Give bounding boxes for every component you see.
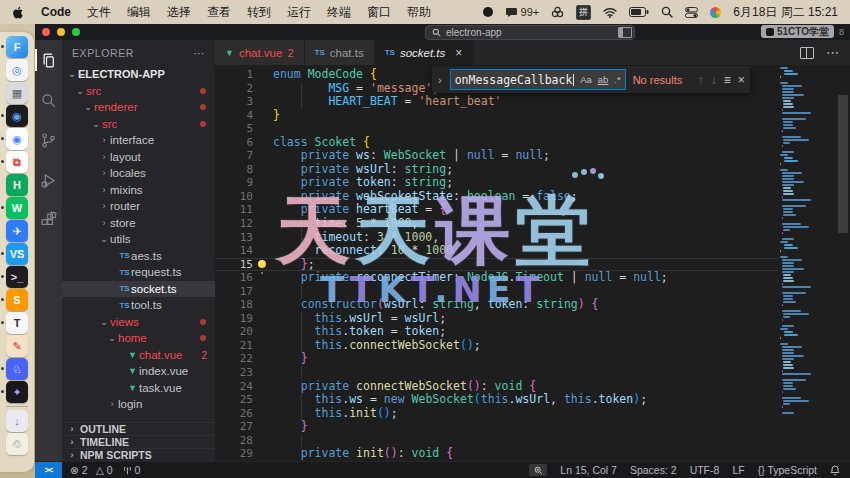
tree-item-tool.ts[interactable]: TStool.ts	[62, 297, 215, 314]
find-close-button[interactable]: ×	[738, 73, 745, 87]
activity-source-control-icon[interactable]	[37, 128, 61, 152]
editor-body[interactable]: 1enum ModeCode {2 MSG = 'message',3 HEAR…	[215, 65, 850, 461]
code-line[interactable]: 5	[215, 122, 778, 136]
menu-item-窗口[interactable]: 窗口	[367, 4, 391, 21]
dock-item-vscode[interactable]: VS	[6, 243, 28, 265]
explorer-more-icon[interactable]: ⋯	[194, 47, 206, 59]
find-previous-button[interactable]: ↑	[698, 73, 704, 87]
tree-item-renderer[interactable]: ⌄renderer	[62, 99, 215, 116]
tree-item-task.vue[interactable]: ▼task.vue	[62, 380, 215, 397]
zoom-indicator[interactable]	[529, 464, 547, 476]
ports-indicator[interactable]: 0	[123, 464, 141, 476]
control-center-icon[interactable]	[685, 7, 698, 18]
remote-indicator[interactable]: ><	[35, 462, 62, 478]
zoom-window-button[interactable]	[72, 28, 80, 36]
code-line[interactable]: 20 this.token = token;	[215, 325, 778, 339]
code-line[interactable]: 17	[215, 285, 778, 299]
menu-item-帮助[interactable]: 帮助	[407, 4, 431, 21]
dock-item-downloads[interactable]: ↓	[6, 410, 28, 432]
tree-item-ELECTRON-APP[interactable]: ⌄ELECTRON-APP	[62, 66, 215, 83]
dock-item-trash[interactable]: ♲	[6, 433, 28, 455]
tree-item-router[interactable]: ›router	[62, 198, 215, 215]
tab-chat.vue[interactable]: ▼chat.vue2	[215, 40, 305, 65]
activity-run-debug-icon[interactable]	[37, 168, 61, 192]
whole-word-toggle[interactable]: ab	[598, 74, 609, 85]
record-icon[interactable]	[483, 7, 493, 17]
code-line[interactable]: 22 }	[215, 352, 778, 366]
dock-item-chrome[interactable]: ◉	[6, 128, 28, 150]
tree-item-login[interactable]: ›login	[62, 396, 215, 413]
spotlight-search-icon[interactable]	[661, 6, 673, 18]
close-window-button[interactable]	[42, 28, 50, 36]
menu-item-Code[interactable]: Code	[41, 5, 71, 19]
code-line[interactable]: 26 this.init();	[215, 407, 778, 421]
activity-explorer-icon[interactable]	[37, 48, 61, 72]
language-mode[interactable]: {} TypeScript	[758, 464, 817, 476]
indentation[interactable]: Spaces: 2	[630, 464, 677, 476]
menu-item-查看[interactable]: 查看	[207, 4, 231, 21]
dock-item-finder[interactable]: F	[6, 36, 28, 58]
dock-item-screen-recorder[interactable]: ◉	[6, 105, 28, 127]
section-outline[interactable]: ›OUTLINE	[62, 422, 215, 435]
code-line[interactable]: 24 private connectWebSocket(): void {	[215, 380, 778, 394]
code-line[interactable]: 27 }	[215, 420, 778, 434]
tree-item-chat.vue[interactable]: ▼chat.vue2	[62, 347, 215, 364]
code-line[interactable]: 14 reconnect: 10 * 1000	[215, 244, 778, 258]
tree-item-utils[interactable]: ⌄utils	[62, 231, 215, 248]
code-line[interactable]: 18 constructor(wsUrl: string, token: str…	[215, 298, 778, 312]
menu-item-终端[interactable]: 终端	[327, 4, 351, 21]
tree-item-mixins[interactable]: ›mixins	[62, 182, 215, 199]
code-line[interactable]: 19 this.wsUrl = wsUrl;	[215, 312, 778, 326]
tree-item-views[interactable]: ⌄views	[62, 314, 215, 331]
menu-item-转到[interactable]: 转到	[247, 4, 271, 21]
code-line[interactable]: 4}	[215, 109, 778, 123]
input-method-icon[interactable]: 拼	[576, 5, 591, 20]
tree-item-index.vue[interactable]: ▼index.vue	[62, 363, 215, 380]
scrollbar-slider[interactable]	[838, 95, 848, 233]
code-line[interactable]: 8 private wsUrl: string;	[215, 163, 778, 177]
code-line[interactable]: 12 time: 5 * 1000,	[215, 217, 778, 231]
match-case-toggle[interactable]: Aa	[580, 74, 592, 85]
dock-item-meeting[interactable]: ⧉	[6, 151, 28, 173]
dock-item-send[interactable]: ✈	[6, 220, 28, 242]
menu-clock[interactable]: 6月18日 周二 15:21	[733, 4, 838, 21]
battery-icon[interactable]	[629, 7, 649, 17]
dock-item-paint[interactable]: ✎	[6, 335, 28, 357]
lightbulb-icon[interactable]	[258, 260, 266, 268]
code-line[interactable]: 28	[215, 434, 778, 448]
dock-item-typora[interactable]: T	[6, 312, 28, 334]
tree-item-layout[interactable]: ›layout	[62, 149, 215, 166]
code-line[interactable]: 6class Scoket {	[215, 136, 778, 150]
find-expand-chevron[interactable]: ›	[437, 74, 443, 86]
tree-item-aes.ts[interactable]: TSaes.ts	[62, 248, 215, 265]
code-line[interactable]: 9 private token: string;	[215, 176, 778, 190]
activity-search-icon[interactable]	[37, 88, 61, 112]
encoding[interactable]: UTF-8	[690, 464, 720, 476]
tab-socket.ts[interactable]: TSsocket.ts×	[375, 40, 474, 65]
split-editor-icon[interactable]	[800, 47, 814, 59]
minimap[interactable]	[780, 67, 834, 461]
menu-item-选择[interactable]: 选择	[167, 4, 191, 21]
find-in-selection-button[interactable]: ≡	[724, 73, 731, 87]
tree-item-interface[interactable]: ›interface	[62, 132, 215, 149]
dock-item-terminal[interactable]: >_	[6, 266, 28, 288]
code-line[interactable]: 11 private heartBeat = {	[215, 203, 778, 217]
wifi-icon[interactable]	[603, 7, 617, 18]
editor-scrollbar[interactable]	[836, 65, 850, 461]
tree-item-socket.ts[interactable]: TSsocket.ts	[62, 281, 215, 298]
code-line[interactable]: 3 HEART_BEAT = 'heart_beat'	[215, 95, 778, 109]
title-bar[interactable]: electron-app 51CTO学堂 8	[35, 24, 850, 40]
code-line[interactable]: 10 private webScoketState: boolean = fal…	[215, 190, 778, 204]
section-timeline[interactable]: ›TIMELINE	[62, 435, 215, 448]
browser-ring-icon[interactable]	[710, 7, 721, 18]
code-line[interactable]: 23	[215, 366, 778, 380]
section-npm-scripts[interactable]: ›NPM SCRIPTS	[62, 448, 215, 461]
tree-item-home[interactable]: ⌄home	[62, 330, 215, 347]
dock-item-deer[interactable]: ♘	[6, 358, 28, 380]
activity-extensions-icon[interactable]	[37, 208, 61, 232]
dock-item-safari[interactable]: ◎	[6, 59, 28, 81]
tree-item-src[interactable]: ⌄src	[62, 116, 215, 133]
find-next-button[interactable]: ↓	[711, 73, 717, 87]
find-input[interactable]: onMessageCallback Aa ab .*	[450, 69, 626, 90]
notifications-bell-icon[interactable]	[830, 465, 840, 476]
